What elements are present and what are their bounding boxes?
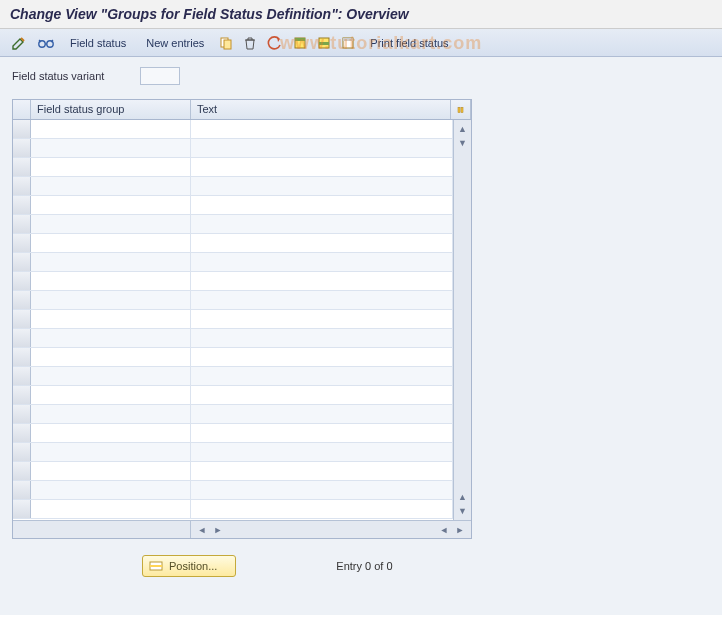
edit-pencil-icon[interactable] bbox=[8, 33, 30, 53]
field-status-button[interactable]: Field status bbox=[62, 37, 134, 49]
cell-text[interactable] bbox=[191, 139, 453, 157]
cell-group[interactable] bbox=[31, 139, 191, 157]
cell-text[interactable] bbox=[191, 443, 453, 461]
cell-group[interactable] bbox=[31, 367, 191, 385]
select-all-icon[interactable] bbox=[290, 33, 310, 53]
cell-group[interactable] bbox=[31, 253, 191, 271]
select-column-header[interactable] bbox=[13, 100, 31, 119]
cell-group[interactable] bbox=[31, 348, 191, 366]
table-row bbox=[13, 291, 453, 310]
row-selector[interactable] bbox=[13, 500, 31, 518]
row-selector[interactable] bbox=[13, 253, 31, 271]
scroll-right-icon[interactable]: ► bbox=[211, 523, 225, 537]
row-selector[interactable] bbox=[13, 139, 31, 157]
cell-text[interactable] bbox=[191, 215, 453, 233]
cell-text[interactable] bbox=[191, 481, 453, 499]
copy-icon[interactable] bbox=[216, 33, 236, 53]
cell-text[interactable] bbox=[191, 386, 453, 404]
cell-group[interactable] bbox=[31, 291, 191, 309]
scroll-down-icon[interactable]: ▼ bbox=[456, 136, 470, 150]
row-selector[interactable] bbox=[13, 462, 31, 480]
cell-text[interactable] bbox=[191, 272, 453, 290]
cell-text[interactable] bbox=[191, 158, 453, 176]
variant-input[interactable] bbox=[140, 67, 180, 85]
row-selector[interactable] bbox=[13, 367, 31, 385]
row-selector[interactable] bbox=[13, 310, 31, 328]
cell-group[interactable] bbox=[31, 234, 191, 252]
cell-group[interactable] bbox=[31, 158, 191, 176]
field-status-table: Field status group Text ▲ ▼ ▲ ▼ bbox=[12, 99, 472, 539]
cell-text[interactable] bbox=[191, 196, 453, 214]
row-selector[interactable] bbox=[13, 329, 31, 347]
scroll-left-icon[interactable]: ◄ bbox=[195, 523, 209, 537]
cell-group[interactable] bbox=[31, 481, 191, 499]
cell-text[interactable] bbox=[191, 405, 453, 423]
row-selector[interactable] bbox=[13, 291, 31, 309]
cell-text[interactable] bbox=[191, 253, 453, 271]
cell-group[interactable] bbox=[31, 386, 191, 404]
delete-trash-icon[interactable] bbox=[240, 33, 260, 53]
row-selector[interactable] bbox=[13, 348, 31, 366]
row-selector[interactable] bbox=[13, 481, 31, 499]
row-selector[interactable] bbox=[13, 234, 31, 252]
row-selector[interactable] bbox=[13, 405, 31, 423]
cell-group[interactable] bbox=[31, 443, 191, 461]
cell-group[interactable] bbox=[31, 120, 191, 138]
row-selector[interactable] bbox=[13, 120, 31, 138]
cell-text[interactable] bbox=[191, 329, 453, 347]
cell-text[interactable] bbox=[191, 310, 453, 328]
row-selector[interactable] bbox=[13, 272, 31, 290]
vertical-scrollbar[interactable]: ▲ ▼ ▲ ▼ bbox=[453, 120, 471, 520]
print-field-status-button[interactable]: Print field status bbox=[362, 37, 456, 49]
table-row bbox=[13, 158, 453, 177]
row-selector[interactable] bbox=[13, 158, 31, 176]
row-selector[interactable] bbox=[13, 424, 31, 442]
cell-group[interactable] bbox=[31, 310, 191, 328]
cell-text[interactable] bbox=[191, 462, 453, 480]
cell-text[interactable] bbox=[191, 348, 453, 366]
scroll-up-bottom-icon[interactable]: ▲ bbox=[456, 490, 470, 504]
table-row bbox=[13, 253, 453, 272]
cell-text[interactable] bbox=[191, 367, 453, 385]
details-glasses-icon[interactable] bbox=[34, 33, 58, 53]
cell-group[interactable] bbox=[31, 500, 191, 518]
entry-count-label: Entry 0 of 0 bbox=[336, 560, 392, 572]
svg-rect-7 bbox=[319, 42, 329, 45]
scroll-up-icon[interactable]: ▲ bbox=[456, 122, 470, 136]
horizontal-scrollbar[interactable]: ◄ ► ◄ ► bbox=[13, 520, 471, 538]
scroll-right-end-icon[interactable]: ► bbox=[453, 523, 467, 537]
cell-group[interactable] bbox=[31, 405, 191, 423]
row-selector[interactable] bbox=[13, 196, 31, 214]
text-column-header[interactable]: Text bbox=[191, 100, 451, 119]
row-selector[interactable] bbox=[13, 443, 31, 461]
new-entries-button[interactable]: New entries bbox=[138, 37, 212, 49]
cell-text[interactable] bbox=[191, 234, 453, 252]
scroll-left-end-icon[interactable]: ◄ bbox=[437, 523, 451, 537]
cell-group[interactable] bbox=[31, 196, 191, 214]
position-button[interactable]: Position... bbox=[142, 555, 236, 577]
cell-group[interactable] bbox=[31, 177, 191, 195]
cell-text[interactable] bbox=[191, 500, 453, 518]
cell-text[interactable] bbox=[191, 120, 453, 138]
table-row bbox=[13, 139, 453, 158]
select-block-icon[interactable] bbox=[314, 33, 334, 53]
cell-text[interactable] bbox=[191, 291, 453, 309]
undo-icon[interactable] bbox=[264, 33, 286, 53]
table-row bbox=[13, 215, 453, 234]
cell-group[interactable] bbox=[31, 462, 191, 480]
cell-group[interactable] bbox=[31, 272, 191, 290]
scroll-down-bottom-icon[interactable]: ▼ bbox=[456, 504, 470, 518]
cell-group[interactable] bbox=[31, 424, 191, 442]
row-selector[interactable] bbox=[13, 177, 31, 195]
cell-group[interactable] bbox=[31, 329, 191, 347]
table-header: Field status group Text bbox=[13, 100, 471, 120]
cell-text[interactable] bbox=[191, 424, 453, 442]
cell-group[interactable] bbox=[31, 215, 191, 233]
row-selector[interactable] bbox=[13, 215, 31, 233]
table-row bbox=[13, 405, 453, 424]
group-column-header[interactable]: Field status group bbox=[31, 100, 191, 119]
cell-text[interactable] bbox=[191, 177, 453, 195]
deselect-all-icon[interactable] bbox=[338, 33, 358, 53]
row-selector[interactable] bbox=[13, 386, 31, 404]
configure-columns-icon[interactable] bbox=[451, 100, 471, 119]
